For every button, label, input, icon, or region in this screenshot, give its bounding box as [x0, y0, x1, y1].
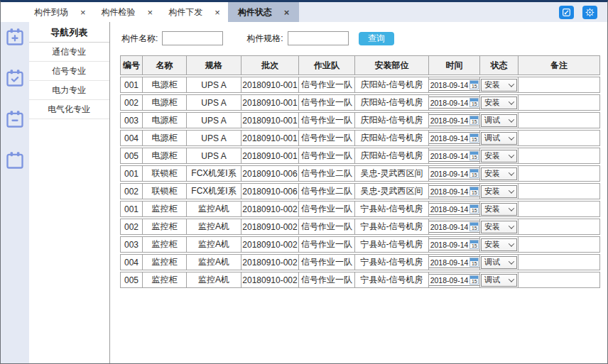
cell-spec: UPS A	[187, 77, 241, 92]
calendar-picker-icon[interactable]: 15	[469, 151, 479, 160]
cell-id: 005	[121, 272, 143, 287]
chevron-down-icon	[509, 205, 514, 211]
sidebar-item-power[interactable]: 电力专业	[29, 81, 109, 100]
cell-remark	[519, 113, 599, 128]
status-select[interactable]: 安装	[481, 185, 517, 198]
cell-location: 宁县站-信号机房	[355, 272, 429, 287]
search-bar: 构件名称: 构件规格: 查询	[121, 31, 600, 45]
cell-remark	[519, 131, 599, 145]
component-name-input[interactable]	[162, 31, 223, 45]
cell-remark	[519, 148, 599, 163]
calendar-picker-icon[interactable]: 15	[469, 187, 479, 196]
date-input[interactable]: 2018-09-14 15	[429, 185, 480, 197]
query-button[interactable]: 查询	[359, 32, 394, 45]
calendar-picker-icon[interactable]: 15	[469, 258, 479, 267]
calendar-minus-button[interactable]	[5, 109, 25, 129]
status-select[interactable]: 安装	[481, 238, 517, 251]
app-window: 构件到场 × 构件检验 × 构件下发 × 构件状态 ×	[0, 0, 608, 364]
calendar-picker-icon[interactable]: 15	[469, 169, 479, 178]
icon-rail	[1, 22, 29, 364]
cell-name: 监控柜	[143, 237, 187, 252]
status-select[interactable]: 调试	[481, 132, 517, 145]
tabstrip-filler	[299, 2, 607, 22]
tab-component-status[interactable]: 构件状态 ×	[228, 2, 300, 22]
date-value: 2018-09-14	[430, 205, 469, 214]
cell-spec: 监控A机	[187, 202, 241, 216]
cell-batch: 20180910-001	[241, 77, 299, 92]
date-input[interactable]: 2018-09-14 15	[429, 150, 480, 162]
table-row: 004 监控柜 监控A机 20180910-002 信号作业一队 宁县站-信号机…	[120, 254, 600, 270]
cell-remark	[519, 166, 599, 181]
tab-component-dispatch[interactable]: 构件下发 ×	[161, 2, 228, 22]
calendar-picker-icon[interactable]: 15	[469, 222, 479, 231]
date-value: 2018-09-14	[430, 116, 469, 125]
tabstrip-spacer	[1, 2, 26, 22]
cell-spec: 监控A机	[187, 219, 241, 234]
date-input[interactable]: 2018-09-14 15	[429, 203, 480, 215]
status-select[interactable]: 安装	[481, 79, 517, 92]
cell-status: 调试	[480, 131, 519, 145]
sidebar-item-signal[interactable]: 信号专业	[29, 62, 109, 81]
cell-status: 安装	[480, 237, 519, 252]
cell-remark	[519, 272, 599, 287]
date-input[interactable]: 2018-09-14 15	[429, 274, 480, 286]
cell-spec: 监控A机	[187, 272, 241, 287]
date-input[interactable]: 2018-09-14 15	[429, 114, 480, 126]
header-batch: 批次	[241, 56, 299, 75]
calendar-picker-icon[interactable]: 15	[469, 116, 479, 125]
calendar-picker-icon[interactable]: 15	[469, 275, 479, 285]
cell-spec: FCX机笼I系	[187, 184, 241, 199]
status-select[interactable]: 安装	[481, 150, 517, 162]
calendar-plus-button[interactable]	[5, 27, 25, 47]
date-value: 2018-09-14	[430, 223, 469, 231]
status-select[interactable]: 安装	[481, 167, 517, 180]
calendar-picker-icon[interactable]: 15	[469, 240, 479, 249]
calendar-picker-icon[interactable]: 15	[469, 204, 479, 214]
cell-spec: FCX机笼I系	[187, 166, 241, 181]
cell-time: 2018-09-14 15	[429, 148, 480, 163]
component-spec-input[interactable]	[288, 31, 349, 45]
header-name: 名称	[143, 56, 187, 75]
cell-id: 002	[121, 184, 143, 199]
date-input[interactable]: 2018-09-14 15	[429, 256, 480, 268]
date-input[interactable]: 2018-09-14 15	[429, 238, 480, 250]
cell-location: 庆阳站-信号机房	[355, 113, 429, 128]
status-select[interactable]: 调试	[481, 274, 517, 287]
close-icon[interactable]: ×	[284, 8, 290, 17]
status-select[interactable]: 调试	[481, 114, 517, 127]
status-value: 调试	[484, 275, 500, 285]
calendar-picker-icon[interactable]: 15	[469, 98, 479, 107]
cell-status: 调试	[480, 272, 519, 287]
status-select[interactable]: 安装	[481, 96, 517, 109]
settings-button[interactable]	[582, 6, 597, 19]
date-input[interactable]: 2018-09-14 15	[429, 221, 480, 233]
expand-button[interactable]	[559, 6, 574, 19]
table-row: 003 电源柜 UPS A 20180910-001 信号作业一队 庆阳站-信号…	[120, 112, 600, 128]
status-value: 调试	[484, 133, 500, 143]
date-input[interactable]: 2018-09-14 15	[429, 96, 480, 109]
tab-component-inspection[interactable]: 构件检验 ×	[94, 2, 161, 22]
sidebar-item-electrification[interactable]: 电气化专业	[29, 100, 109, 119]
cell-status: 调试	[480, 255, 519, 270]
sidebar: 导航列表 通信专业 信号专业 电力专业 电气化专业	[29, 22, 110, 364]
close-icon[interactable]: ×	[215, 8, 220, 17]
date-input[interactable]: 2018-09-14 15	[429, 132, 480, 144]
tab-component-arrival[interactable]: 构件到场 ×	[26, 2, 94, 22]
status-select[interactable]: 安装	[481, 203, 517, 216]
expand-icon	[561, 7, 572, 18]
cell-id: 001	[121, 77, 143, 92]
status-select[interactable]: 调试	[481, 256, 517, 269]
date-value: 2018-09-14	[430, 276, 469, 285]
sidebar-item-communication[interactable]: 通信专业	[29, 43, 109, 62]
calendar-picker-icon[interactable]: 15	[469, 80, 479, 89]
component-name-label: 构件名称:	[121, 33, 158, 45]
calendar-picker-icon[interactable]: 15	[469, 133, 479, 143]
date-input[interactable]: 2018-09-14 15	[429, 167, 480, 180]
status-select[interactable]: 安装	[481, 221, 517, 233]
close-icon[interactable]: ×	[148, 8, 153, 17]
calendar-check-button[interactable]	[5, 68, 25, 88]
date-input[interactable]: 2018-09-14 15	[429, 79, 480, 91]
cell-id: 002	[121, 219, 143, 234]
calendar-blank-button[interactable]	[5, 150, 25, 170]
close-icon[interactable]: ×	[80, 8, 86, 17]
